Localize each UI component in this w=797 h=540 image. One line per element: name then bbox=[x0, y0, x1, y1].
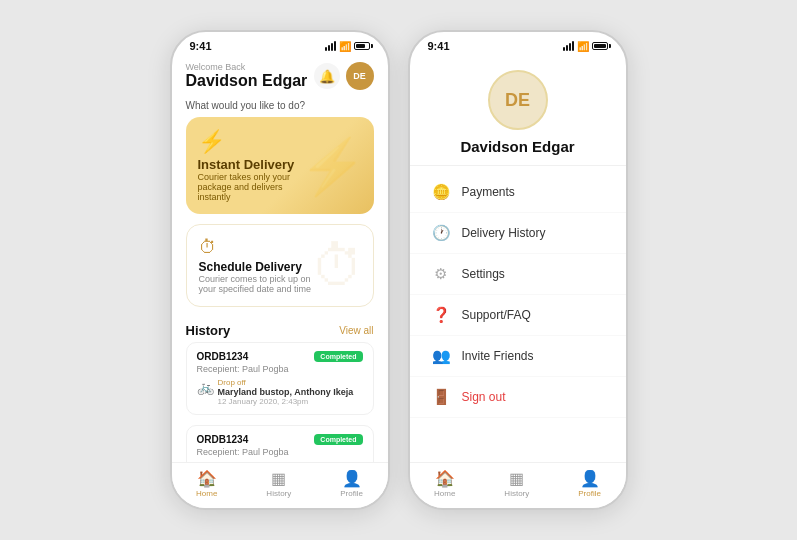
nav-profile-label-2: Profile bbox=[578, 489, 601, 498]
history-item-2[interactable]: ORDB1234 Completed Recepient: Paul Pogba… bbox=[186, 425, 374, 462]
phones-container: 9:41 📶 Welcome Back bbox=[170, 30, 628, 510]
notch-1 bbox=[250, 32, 310, 46]
menu-label-invite: Invite Friends bbox=[462, 349, 534, 363]
bar2-1 bbox=[563, 47, 565, 51]
instant-delivery-card[interactable]: ⚡ Instant Delivery Courier takes only yo… bbox=[186, 117, 374, 214]
header-section: Welcome Back Davidson Edgar 🔔 DE bbox=[172, 54, 388, 96]
signout-icon: 🚪 bbox=[432, 388, 450, 406]
user-avatar-sm[interactable]: DE bbox=[346, 62, 374, 90]
user-avatar-lg: DE bbox=[488, 70, 548, 130]
schedule-title: Schedule Delivery bbox=[199, 260, 361, 274]
profile-icon-2: 👤 bbox=[580, 469, 600, 488]
nav-profile-1[interactable]: 👤 Profile bbox=[340, 469, 363, 498]
menu-label-settings: Settings bbox=[462, 267, 505, 281]
history-icon-1: ▦ bbox=[271, 469, 286, 488]
battery-fill-1 bbox=[356, 44, 366, 48]
order-row-1: ORDB1234 Completed bbox=[197, 351, 363, 362]
battery-icon-2 bbox=[592, 42, 608, 50]
bar2-2 bbox=[566, 45, 568, 51]
time-2: 9:41 bbox=[428, 40, 450, 52]
profile-icon-1: 👤 bbox=[342, 469, 362, 488]
bottom-nav-2: 🏠 Home ▦ History 👤 Profile bbox=[410, 462, 626, 508]
battery-fill-2 bbox=[594, 44, 606, 48]
nav-history-label-2: History bbox=[504, 489, 529, 498]
phone-2: 9:41 📶 DE Davidson Edgar 🪙 bbox=[408, 30, 628, 510]
history-title: History bbox=[186, 323, 231, 338]
battery-icon-1 bbox=[354, 42, 370, 50]
nav-history-2[interactable]: ▦ History bbox=[504, 469, 529, 498]
schedule-icon: ⏱ bbox=[199, 237, 361, 258]
header-row: Welcome Back Davidson Edgar 🔔 DE bbox=[186, 62, 374, 90]
support-icon: ❓ bbox=[432, 306, 450, 324]
recipient-1: Recepient: Paul Pogba bbox=[197, 364, 363, 374]
bottom-nav-1: 🏠 Home ▦ History 👤 Profile bbox=[172, 462, 388, 508]
view-all-button[interactable]: View all bbox=[339, 325, 373, 336]
user-name: Davidson Edgar bbox=[186, 72, 308, 90]
instant-icon: ⚡ bbox=[198, 129, 362, 155]
status-icons-1: 📶 bbox=[325, 41, 370, 52]
phone-1: 9:41 📶 Welcome Back bbox=[170, 30, 390, 510]
nav-profile-2[interactable]: 👤 Profile bbox=[578, 469, 601, 498]
settings-icon: ⚙ bbox=[432, 265, 450, 283]
notch-2 bbox=[488, 32, 548, 46]
wifi-icon-2: 📶 bbox=[577, 41, 589, 52]
user-info: Welcome Back Davidson Edgar bbox=[186, 62, 308, 90]
recipient-2: Recepient: Paul Pogba bbox=[197, 447, 363, 457]
header-icons: 🔔 DE bbox=[314, 62, 374, 90]
menu-label-delivery-history: Delivery History bbox=[462, 226, 546, 240]
status-icons-2: 📶 bbox=[563, 41, 608, 52]
completed-badge-2: Completed bbox=[314, 434, 362, 445]
menu-item-invite[interactable]: 👥 Invite Friends bbox=[410, 336, 626, 377]
delivery-history-icon: 🕐 bbox=[432, 224, 450, 242]
bar-3 bbox=[331, 43, 333, 51]
drop-info-1: Drop off Maryland bustop, Anthony Ikeja … bbox=[218, 378, 363, 406]
nav-home-1[interactable]: 🏠 Home bbox=[196, 469, 217, 498]
menu-label-payments: Payments bbox=[462, 185, 515, 199]
menu-item-delivery-history[interactable]: 🕐 Delivery History bbox=[410, 213, 626, 254]
bar-2 bbox=[328, 45, 330, 51]
time-1: 9:41 bbox=[190, 40, 212, 52]
drop-location-1: Maryland bustop, Anthony Ikeja bbox=[218, 387, 363, 397]
notification-bell[interactable]: 🔔 bbox=[314, 63, 340, 89]
signal-bars-2 bbox=[563, 41, 574, 51]
bike-icon-1: 🚲 bbox=[197, 379, 214, 395]
what-label: What would you like to do? bbox=[172, 96, 388, 117]
completed-badge-1: Completed bbox=[314, 351, 362, 362]
payments-icon: 🪙 bbox=[432, 183, 450, 201]
history-item-1[interactable]: ORDB1234 Completed Recepient: Paul Pogba… bbox=[186, 342, 374, 415]
spacer bbox=[410, 424, 626, 462]
profile-name: Davidson Edgar bbox=[460, 138, 574, 155]
nav-home-2[interactable]: 🏠 Home bbox=[434, 469, 455, 498]
order-id-2: ORDB1234 bbox=[197, 434, 249, 445]
nav-home-label-1: Home bbox=[196, 489, 217, 498]
invite-icon: 👥 bbox=[432, 347, 450, 365]
menu-list: 🪙 Payments 🕐 Delivery History ⚙ Settings… bbox=[410, 166, 626, 424]
menu-item-support[interactable]: ❓ Support/FAQ bbox=[410, 295, 626, 336]
nav-profile-label-1: Profile bbox=[340, 489, 363, 498]
history-header: History View all bbox=[172, 317, 388, 342]
bar-1 bbox=[325, 47, 327, 51]
schedule-delivery-card[interactable]: ⏱ Schedule Delivery Courier comes to pic… bbox=[186, 224, 374, 307]
drop-row-1: 🚲 Drop off Maryland bustop, Anthony Ikej… bbox=[197, 378, 363, 406]
schedule-desc: Courier comes to pick up on your specifi… bbox=[199, 274, 329, 294]
welcome-text: Welcome Back bbox=[186, 62, 308, 72]
order-row-2: ORDB1234 Completed bbox=[197, 434, 363, 445]
bar2-4 bbox=[572, 41, 574, 51]
bar2-3 bbox=[569, 43, 571, 51]
nav-home-label-2: Home bbox=[434, 489, 455, 498]
bar-4 bbox=[334, 41, 336, 51]
drop-label-1: Drop off bbox=[218, 378, 363, 387]
drop-date-1: 12 January 2020, 2:43pm bbox=[218, 397, 363, 406]
wifi-icon-1: 📶 bbox=[339, 41, 351, 52]
home-icon-1: 🏠 bbox=[197, 469, 217, 488]
nav-history-label-1: History bbox=[266, 489, 291, 498]
history-icon-2: ▦ bbox=[509, 469, 524, 488]
menu-label-support: Support/FAQ bbox=[462, 308, 531, 322]
menu-item-settings[interactable]: ⚙ Settings bbox=[410, 254, 626, 295]
home-icon-2: 🏠 bbox=[435, 469, 455, 488]
order-id-1: ORDB1234 bbox=[197, 351, 249, 362]
nav-history-1[interactable]: ▦ History bbox=[266, 469, 291, 498]
menu-item-signout[interactable]: 🚪 Sign out bbox=[410, 377, 626, 418]
menu-item-payments[interactable]: 🪙 Payments bbox=[410, 172, 626, 213]
signal-bars-1 bbox=[325, 41, 336, 51]
